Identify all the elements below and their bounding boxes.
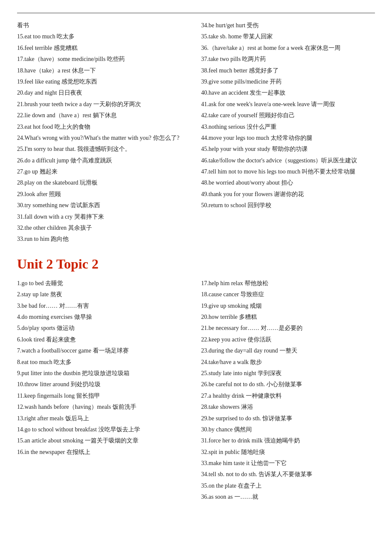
left-column: 看书15.eat too much 吃太多16.feel terrible 感觉… [17,21,191,244]
list-item: 40.have an accident 发生一起事故 [201,88,375,98]
list-item: 26.be careful not to do sth. 小心别做某事 [201,380,375,389]
list-item: 18.have（take）a rest 休息一下 [17,66,191,75]
list-item: 17.help him relax 帮他放松 [201,279,375,288]
list-item: 48.be worried about/worry about 担心 [201,178,375,188]
list-item: 25.study late into night 学到深夜 [201,369,375,378]
list-item: 17.take（have）some medicine/pills 吃些药 [17,55,191,64]
list-item: 12.wash hands before（having）meals 饭前洗手 [17,402,191,412]
list-item: 46.take/follow the doctor's advice（sugge… [201,156,375,165]
list-item: 15.eat too much 吃太多 [17,32,191,41]
left-column: 1.go to bed 去睡觉2.stay up late 熬夜3.be bad… [17,279,191,502]
list-item: 15.an article about smoking 一篇关于吸烟的文章 [17,436,191,445]
list-item: 28.take showers 淋浴 [201,402,375,412]
list-item: 44.move your legs too much 太经常动你的腿 [201,133,375,143]
list-item: 32.spit in public 随地吐痰 [201,448,375,457]
right-column: 34.be hurt/get hurt 受伤35.take sb. home 带… [201,21,375,244]
two-col-grid: 看书15.eat too much 吃太多16.feel terrible 感觉… [17,21,375,244]
list-item: 42.take care of yourself 照顾好你自己 [201,111,375,120]
right-column: 17.help him relax 帮他放松18.cause cancer 导致… [201,279,375,502]
list-item: 4.do morning exercises 做早操 [17,312,191,322]
list-item: 13.right after meals 饭后马上 [17,414,191,423]
list-item: 9.put litter into the dustbin 把垃圾放进垃圾箱 [17,369,191,378]
list-item: 29.look after 照顾 [17,190,191,199]
list-item: 20.how terrible 多糟糕 [201,312,375,322]
list-item: 7.watch a football/soccer game 看一场足球赛 [17,346,191,356]
list-item: 8.eat too much 吃太多 [17,358,191,367]
list-item: 35.on the plate 在盘子上 [201,481,375,491]
list-item: 33.make him taste it 让他尝一下它 [201,459,375,468]
list-item: 31.force her to drink milk 强迫她喝牛奶 [201,436,375,445]
list-item: 23.during the day=all day round 一整天 [201,346,375,356]
list-item: 41.ask for one week's leave/a one-week l… [201,100,375,109]
list-item: 50.return to school 回到学校 [201,201,375,210]
list-item: 35.take sb. home 带某人回家 [201,32,375,41]
list-item: 30.by chance 偶然间 [201,425,375,434]
list-item: 37.take two pills 吃两片药 [201,55,375,64]
list-item: 16.in the newspaper 在报纸上 [17,448,191,457]
list-item: 21.brush your teeth twice a day 一天刷你的牙两次 [17,100,191,109]
unit-topic-heading: Unit 2 Topic 2 [17,256,375,272]
list-item: 20.day and night 日日夜夜 [17,88,191,98]
list-item: 14.go to school without breakfast 没吃早饭去上… [17,425,191,434]
list-item: 47.tell him not to move his legs too muc… [201,167,375,176]
list-item: 29.be surprised to do sth. 惊讶做某事 [201,414,375,423]
two-col-grid: 1.go to bed 去睡觉2.stay up late 熬夜3.be bad… [17,279,375,502]
list-item: 43.nothing serious 没什么严重 [201,122,375,132]
list-item: 36.（have/take a）rest at home for a week … [201,43,375,53]
list-item: 2.stay up late 熬夜 [17,290,191,299]
top-divider [17,13,375,13]
list-item: 36.as soon as 一……就 [201,492,375,502]
list-item: 19.give up smoking 戒烟 [201,301,375,311]
list-item: 21.be necessary for…… 对……是必要的 [201,324,375,333]
list-item: 25.I'm sorry to hear that. 我很遗憾听到这个。 [17,145,191,154]
list-item: 32.the other children 其余孩子 [17,223,191,233]
list-item: 38.feel much better 感觉好多了 [201,66,375,75]
list-item: 看书 [17,21,191,30]
list-item: 24.What's wrong with you?/What's the mat… [17,133,191,143]
list-item: 10.throw litter around 到处扔垃圾 [17,380,191,389]
list-item: 26.do a difficult jump 做个高难度跳跃 [17,156,191,165]
list-item: 45.help your with your study 帮助你的功课 [201,145,375,154]
list-item: 3.be bad for…… 对……有害 [17,301,191,311]
list-item: 34.tell sb. not to do sth. 告诉某人不要做某事 [201,470,375,479]
list-item: 18.cause cancer 导致癌症 [201,290,375,299]
list-item: 19.feel like eating 感觉想吃东西 [17,77,191,87]
list-item: 27.go up 翘起来 [17,167,191,176]
list-item: 11.keep fingernails long 留长指甲 [17,391,191,401]
list-item: 6.look tired 看起来疲惫 [17,335,191,344]
list-item: 31.fall down with a cry 哭着摔下来 [17,212,191,222]
list-item: 49.thank you for your flowers 谢谢你的花 [201,190,375,199]
list-item: 28.play on the skateboard 玩滑板 [17,178,191,188]
list-item: 22.lie down and（have a）rest 躺下休息 [17,111,191,120]
list-item: 1.go to bed 去睡觉 [17,279,191,288]
list-item: 24.take/have a walk 散步 [201,358,375,367]
list-item: 34.be hurt/get hurt 受伤 [201,21,375,30]
list-item: 22.keep you active 使你活跃 [201,335,375,344]
list-item: 33.run to him 跑向他 [17,234,191,244]
list-item: 16.feel terrible 感觉糟糕 [17,43,191,53]
list-item: 23.eat hot food 吃上火的食物 [17,122,191,132]
list-item: 27.a healthy drink 一种健康饮料 [201,391,375,401]
list-item: 39.give some pills/medicine 开药 [201,77,375,87]
list-item: 30.try something new 尝试新东西 [17,201,191,210]
list-item: 5.do/play sports 做运动 [17,324,191,333]
